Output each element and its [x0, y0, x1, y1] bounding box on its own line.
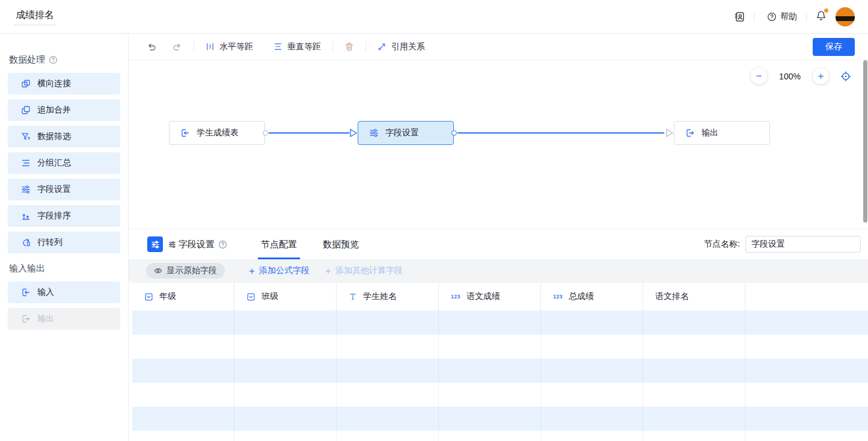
- flow-edge: [269, 132, 349, 134]
- node-output-port[interactable]: [263, 131, 268, 136]
- sidebar-item-append-merge[interactable]: 追加合并: [8, 99, 120, 121]
- table-cell: [541, 359, 643, 383]
- node-label: 输出: [701, 128, 718, 138]
- reference-relation-icon: [377, 42, 387, 51]
- table-cell-filler: [745, 407, 868, 431]
- input-icon: [21, 288, 31, 297]
- table-cell: [643, 431, 745, 441]
- table-cell: [234, 335, 337, 359]
- node-name-label: 节点名称:: [704, 239, 740, 250]
- notification-dot: [824, 8, 828, 13]
- text-field-icon: [349, 292, 357, 301]
- table-cell: [132, 383, 234, 407]
- vertical-spacing-label: 垂直等距: [287, 42, 321, 52]
- table-cell: [439, 431, 541, 441]
- column-name: 总成绩: [569, 291, 594, 302]
- column-header-5[interactable]: 123总成绩: [541, 283, 643, 310]
- sidebar-item-input[interactable]: 输入: [8, 282, 120, 303]
- divider: [365, 42, 366, 52]
- plus-icon: +: [249, 266, 255, 276]
- table-cell: [541, 431, 643, 441]
- table-row: [132, 310, 868, 335]
- table-cell: [439, 407, 541, 431]
- sidebar-item-group-summary[interactable]: 分组汇总: [8, 152, 120, 174]
- plus-icon: +: [325, 266, 331, 276]
- tab-node-config[interactable]: 节点配置: [261, 229, 297, 259]
- table-cell: [234, 383, 337, 407]
- column-header-3[interactable]: 学生姓名: [337, 283, 439, 310]
- help-icon: [767, 12, 777, 22]
- column-name: 语文成绩: [466, 291, 500, 302]
- node-field-settings[interactable]: 字段设置: [358, 121, 454, 145]
- sidebar-item-label: 输出: [37, 313, 54, 324]
- table-row: [132, 431, 868, 441]
- sidebar-item-field-settings[interactable]: 字段设置: [8, 179, 120, 200]
- table-cell-filler: [745, 335, 868, 359]
- tab-data-preview[interactable]: 数据预览: [323, 229, 359, 259]
- undo-icon[interactable]: [147, 42, 156, 52]
- zoom-in-button[interactable]: +: [813, 68, 829, 84]
- dimension-field-icon: [144, 292, 153, 301]
- table-cell: [132, 335, 234, 359]
- table-cell: [541, 335, 643, 359]
- node-name-input[interactable]: [745, 236, 861, 253]
- number-field-icon: 123: [553, 294, 563, 300]
- table-cell: [234, 431, 337, 441]
- field-grid: 年级班级学生姓名123语文成绩123总成绩语文排名: [132, 282, 868, 441]
- locate-icon[interactable]: [840, 71, 851, 82]
- trash-icon[interactable]: [344, 42, 354, 52]
- top-bar: 成绩排名 帮助: [0, 0, 868, 34]
- column-name: 学生姓名: [363, 291, 397, 302]
- sidebar-item-row-to-column[interactable]: 行转列: [8, 232, 120, 253]
- app-window: 成绩排名 帮助 数据处理 横向连接追加合并数据筛选分组: [0, 0, 868, 441]
- column-header-1[interactable]: 年级: [132, 283, 234, 310]
- vertical-spacing-icon: [274, 42, 283, 51]
- add-formula-field-button[interactable]: + 添加公式字段: [249, 265, 310, 276]
- help-button[interactable]: 帮助: [763, 11, 797, 22]
- vertical-spacing-button[interactable]: 垂直等距: [274, 42, 321, 52]
- grid-body: [132, 310, 868, 441]
- save-button[interactable]: 保存: [813, 38, 855, 56]
- zoom-level: 100%: [778, 72, 801, 81]
- help-label: 帮助: [780, 11, 797, 22]
- flow-edge: [457, 132, 664, 134]
- divider: [754, 12, 754, 22]
- reference-relation-button[interactable]: 引用关系: [377, 42, 425, 52]
- table-cell: [643, 335, 745, 359]
- section-help-icon[interactable]: [49, 55, 58, 64]
- node-label: 字段设置: [385, 128, 419, 138]
- node-output[interactable]: 输出: [674, 121, 770, 145]
- show-original-fields-toggle[interactable]: 显示原始字段: [146, 263, 225, 279]
- sidebar-section-title: 数据处理: [9, 54, 119, 66]
- vertical-scrollbar[interactable]: [863, 60, 867, 223]
- column-header-6[interactable]: 语文排名: [643, 283, 745, 310]
- column-header-4[interactable]: 123语文成绩: [439, 283, 541, 310]
- node-student-score-table[interactable]: 学生成绩表: [169, 121, 265, 145]
- table-cell: [132, 431, 234, 441]
- sidebar-item-field-sort[interactable]: 字段排序: [8, 205, 120, 227]
- sidebar-item-filter[interactable]: 数据筛选: [8, 126, 120, 147]
- panel-help-icon[interactable]: [218, 240, 227, 249]
- contact-book-icon[interactable]: [734, 11, 745, 22]
- notifications-button[interactable]: [816, 10, 827, 23]
- node-output-port[interactable]: [451, 131, 457, 136]
- main-area: 水平等距 垂直等距 引用关系 保存 − 100%: [129, 34, 868, 441]
- table-cell: [439, 359, 541, 383]
- sidebar-item-horizontal-join[interactable]: 横向连接: [8, 73, 120, 94]
- table-cell-filler: [745, 359, 868, 383]
- document-title[interactable]: 成绩排名: [14, 8, 55, 25]
- column-header-2[interactable]: 班级: [234, 283, 337, 310]
- avatar[interactable]: [836, 7, 855, 26]
- eye-icon: [154, 267, 162, 275]
- redo-icon[interactable]: [173, 42, 182, 52]
- table-row: [132, 359, 868, 383]
- divider: [806, 12, 807, 22]
- table-row: [132, 383, 868, 407]
- table-cell: [337, 407, 439, 431]
- flow-canvas[interactable]: − 100% + 学生成绩表: [129, 60, 868, 229]
- horizontal-spacing-button[interactable]: 水平等距: [206, 42, 253, 52]
- horizontal-spacing-icon: [206, 42, 215, 51]
- zoom-out-button[interactable]: −: [751, 68, 767, 84]
- field-sort-icon: [21, 211, 31, 221]
- table-cell: [643, 310, 745, 335]
